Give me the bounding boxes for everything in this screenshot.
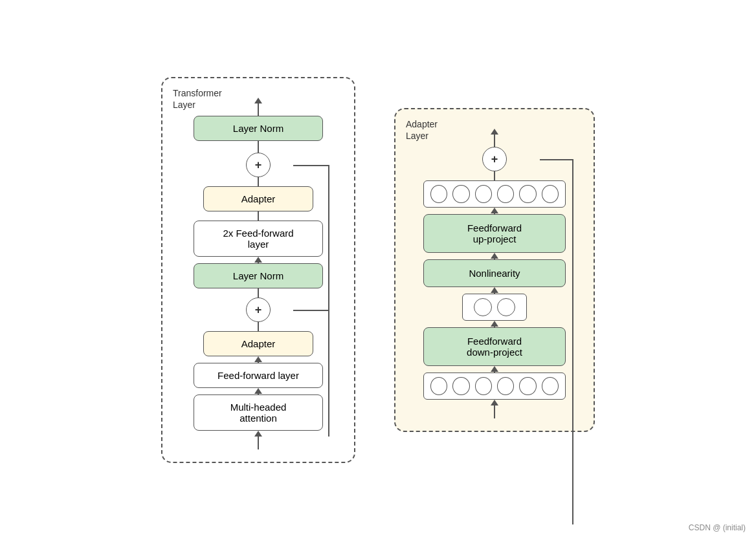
circle-node-b4 — [497, 377, 514, 395]
skip-line-horiz-top — [293, 165, 329, 166]
adapter-layer-label: AdapterLayer — [406, 118, 438, 142]
top-circles-bar — [423, 180, 566, 208]
adapter-bottom: Adapter — [203, 331, 313, 356]
multi-headed-attention: Multi-headedattention — [194, 394, 323, 431]
layer-norm-top: Layer Norm — [194, 116, 323, 141]
connector — [494, 171, 495, 180]
circle-node-b3 — [475, 377, 492, 395]
transformer-layer-diagram: TransformerLayer Layer Norm + Adapter — [161, 77, 355, 463]
connector — [258, 177, 259, 186]
mid-circles-bar — [462, 294, 527, 321]
circle-node-mid-1 — [474, 298, 492, 316]
connector — [258, 211, 259, 221]
circle-node-b5 — [519, 377, 536, 395]
connector — [258, 288, 259, 297]
add-circle-top: + — [246, 153, 271, 177]
circle-node-b6 — [542, 377, 559, 395]
feedforward-down-project: Feedforwarddown-project — [423, 327, 566, 366]
top-output-arrow — [254, 98, 262, 116]
right-skip-horiz-top — [540, 159, 573, 160]
connector-line — [258, 141, 259, 153]
circle-node-3 — [475, 185, 492, 203]
transformer-layer-label: TransformerLayer — [173, 87, 222, 111]
circle-node-b2 — [452, 377, 469, 395]
nonlinearity: Nonlinearity — [423, 259, 566, 287]
circle-node-b1 — [430, 377, 447, 395]
circle-node-2 — [452, 185, 469, 203]
add-circle-bottom: + — [246, 297, 271, 322]
feed-forward: Feed-forward layer — [194, 363, 323, 388]
adapter-top: Adapter — [203, 186, 313, 211]
right-top-output-arrow — [491, 129, 498, 147]
right-skip-line — [572, 159, 573, 524]
adapter-layer-diagram: AdapterLayer + — [394, 108, 595, 432]
circle-node-mid-2 — [497, 298, 515, 316]
watermark: CSDN @ (initial) — [689, 523, 746, 532]
feedforward-up-project: Feedforwardup-project — [423, 214, 566, 253]
circle-node-6 — [542, 185, 559, 203]
right-bottom-input-arrow — [491, 400, 498, 418]
feed-forward-2x: 2x Feed-forwardlayer — [194, 221, 323, 257]
bottom-input-arrow — [254, 431, 262, 449]
connector — [258, 322, 259, 331]
right-add-circle-top: + — [482, 147, 507, 171]
skip-line-horiz-bottom — [293, 310, 329, 311]
bottom-circles-bar — [423, 373, 566, 400]
circle-node-1 — [430, 185, 447, 203]
circle-node-4 — [497, 185, 514, 203]
circle-node-5 — [519, 185, 536, 203]
diagram-container: TransformerLayer Layer Norm + Adapter — [148, 64, 608, 476]
layer-norm-bottom: Layer Norm — [194, 263, 323, 288]
